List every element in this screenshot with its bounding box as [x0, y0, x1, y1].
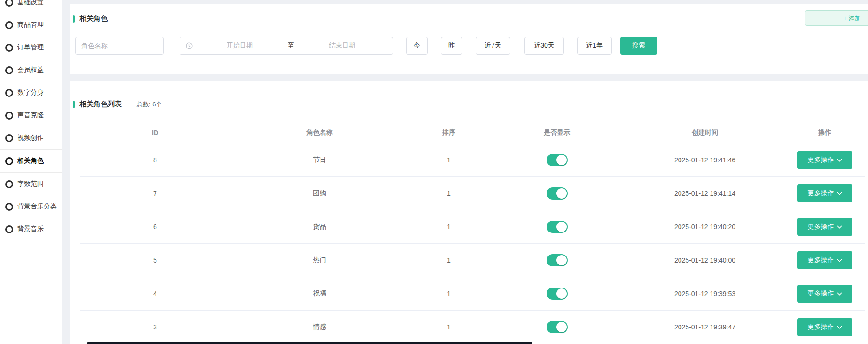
table-row: 7 团购 1 2025-01-12 19:41:14 更多操作: [80, 177, 865, 210]
more-actions-button[interactable]: 更多操作: [797, 151, 852, 169]
quick-range-button[interactable]: 今: [406, 37, 428, 55]
sidebar-item-label: 会员权益: [17, 66, 44, 74]
cell-visibility: [489, 187, 625, 200]
radio-circle-icon: [5, 225, 13, 233]
toggle-knob: [556, 288, 567, 299]
chevron-down-icon: [837, 292, 842, 296]
cell-id: 5: [80, 256, 230, 264]
date-end-placeholder[interactable]: 结束日期: [297, 41, 387, 50]
horizontal-scrollbar-thumb[interactable]: [87, 342, 532, 344]
visibility-toggle[interactable]: [547, 254, 568, 266]
quick-range-button[interactable]: 近30天: [524, 37, 564, 55]
visibility-toggle[interactable]: [547, 221, 568, 233]
sidebar-item-label: 相关角色: [17, 157, 44, 165]
table-row: 4 祝福 1 2025-01-12 19:39:53 更多操作: [80, 277, 865, 311]
cell-sort: 1: [409, 156, 489, 164]
cell-sort: 1: [409, 290, 489, 297]
more-actions-button[interactable]: 更多操作: [797, 318, 852, 336]
chevron-down-icon: [837, 225, 842, 229]
date-start-placeholder[interactable]: 开始日期: [195, 41, 285, 50]
radio-circle-icon: [5, 134, 13, 142]
table-card: 相关角色列表 总数: 6个 ID 角色名称 排序 是否显示 创建时间 操作 8 …: [70, 81, 868, 344]
toggle-knob: [556, 155, 567, 165]
radio-circle-icon: [5, 21, 13, 29]
quick-range-button[interactable]: 昨: [441, 37, 462, 55]
sidebar-item[interactable]: 背景音乐: [0, 218, 62, 240]
search-button[interactable]: 搜索: [620, 37, 657, 55]
cell-actions: 更多操作: [785, 218, 865, 236]
cell-created-time: 2025-01-12 19:41:14: [625, 190, 785, 197]
more-actions-label: 更多操作: [808, 323, 834, 331]
cell-visibility: [489, 288, 625, 300]
cell-role-name: 团购: [230, 189, 409, 198]
more-actions-label: 更多操作: [808, 289, 834, 298]
sidebar-item[interactable]: 声音克隆: [0, 104, 62, 127]
sidebar-item[interactable]: 基础设置: [0, 0, 62, 14]
more-actions-label: 更多操作: [808, 189, 834, 198]
radio-circle-icon: [5, 66, 13, 74]
cell-created-time: 2025-01-12 19:40:00: [625, 256, 785, 264]
sidebar-item-label: 背景音乐分类: [17, 202, 57, 211]
chevron-down-icon: [837, 259, 842, 262]
sidebar-item-label: 基础设置: [17, 0, 44, 7]
date-range-picker[interactable]: 开始日期 至 结束日期: [180, 37, 393, 55]
sidebar-item[interactable]: 会员权益: [0, 59, 62, 81]
cell-sort: 1: [409, 256, 489, 264]
column-header: 排序: [409, 128, 489, 137]
add-button-label: + 添加: [843, 14, 860, 23]
cell-visibility: [489, 221, 625, 233]
sidebar-item[interactable]: 商品管理: [0, 14, 62, 36]
column-header: 角色名称: [230, 128, 409, 137]
visibility-toggle[interactable]: [547, 288, 568, 300]
sidebar-item-label: 数字分身: [17, 88, 44, 97]
quick-range-button[interactable]: 近7天: [476, 37, 510, 55]
sidebar-item-label: 声音克隆: [17, 111, 44, 120]
more-actions-button[interactable]: 更多操作: [797, 285, 852, 303]
cell-actions: 更多操作: [785, 184, 865, 202]
cell-sort: 1: [409, 223, 489, 231]
cell-id: 8: [80, 156, 230, 164]
column-header: ID: [80, 129, 230, 136]
section-accent-bar: [73, 15, 75, 23]
toggle-knob: [556, 222, 567, 232]
add-button[interactable]: + 添加: [805, 10, 868, 26]
visibility-toggle[interactable]: [547, 321, 568, 333]
role-name-input[interactable]: [75, 37, 164, 55]
cell-id: 7: [80, 190, 230, 197]
cell-id: 3: [80, 323, 230, 331]
visibility-toggle[interactable]: [547, 187, 568, 200]
sidebar-item-label: 视频创作: [17, 134, 44, 142]
sidebar-item[interactable]: 数字分身: [0, 81, 62, 104]
sidebar-item[interactable]: 视频创作: [0, 127, 62, 149]
filter-card: 相关角色 + 添加 开始日期 至 结束日期 今 昨 近7天 近30天 近1年 搜…: [70, 4, 868, 74]
section-accent-bar: [73, 101, 75, 108]
cell-role-name: 情感: [230, 323, 409, 331]
chevron-down-icon: [837, 159, 842, 162]
list-title: 相关角色列表: [79, 100, 122, 109]
radio-circle-icon: [5, 180, 13, 188]
cell-actions: 更多操作: [785, 251, 865, 269]
cell-actions: 更多操作: [785, 285, 865, 303]
column-header: 是否显示: [489, 128, 625, 137]
cell-id: 4: [80, 290, 230, 297]
table-row: 8 节日 1 2025-01-12 19:41:46 更多操作: [80, 144, 865, 177]
cell-created-time: 2025-01-12 19:39:47: [625, 323, 785, 331]
table-row: 5 热门 1 2025-01-12 19:40:00 更多操作: [80, 244, 865, 277]
sidebar-item[interactable]: 字数范围: [0, 173, 62, 195]
radio-circle-icon: [5, 44, 13, 52]
sidebar-item[interactable]: 相关角色: [0, 149, 62, 173]
more-actions-button[interactable]: 更多操作: [797, 184, 852, 202]
sidebar-item[interactable]: 订单管理: [0, 36, 62, 59]
visibility-toggle[interactable]: [547, 154, 568, 166]
cell-created-time: 2025-01-12 19:39:53: [625, 290, 785, 297]
more-actions-button[interactable]: 更多操作: [797, 218, 852, 236]
cell-sort: 1: [409, 190, 489, 197]
sidebar-item[interactable]: 背景音乐分类: [0, 195, 62, 218]
quick-range-button[interactable]: 近1年: [577, 37, 612, 55]
cell-actions: 更多操作: [785, 318, 865, 336]
table-row: 6 货品 1 2025-01-12 19:40:20 更多操作: [80, 210, 865, 244]
toggle-knob: [556, 322, 567, 332]
table-row: 3 情感 1 2025-01-12 19:39:47 更多操作: [80, 311, 865, 344]
more-actions-button[interactable]: 更多操作: [797, 251, 852, 269]
column-header: 操作: [785, 128, 865, 137]
